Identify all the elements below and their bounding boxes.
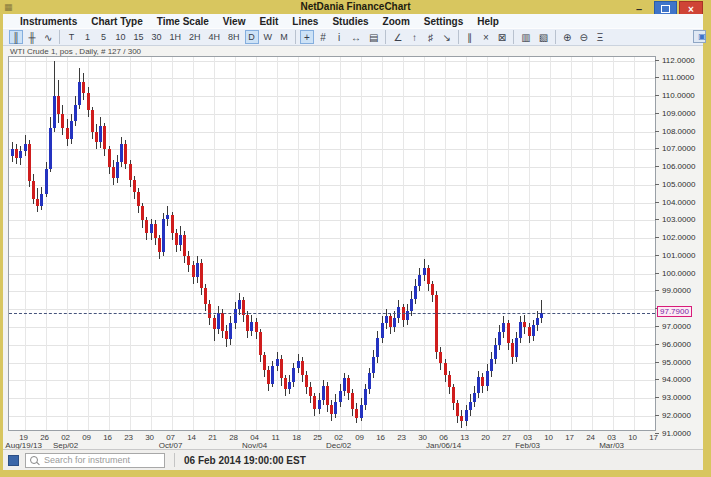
candle-body <box>280 359 283 379</box>
timescale-2h-button[interactable]: 2H <box>186 30 204 44</box>
menu-chart-type[interactable]: Chart Type <box>84 16 150 27</box>
price-tick-mark <box>655 379 659 380</box>
candle-body <box>322 386 325 400</box>
trend-line-icon[interactable]: ∠ <box>390 30 405 44</box>
candlestick-chart-button[interactable]: ║ <box>9 30 23 44</box>
gridline-vertical <box>25 57 26 430</box>
candlestick-plot[interactable] <box>8 56 656 431</box>
price-tick-label: 106.0000 <box>662 162 695 171</box>
menu-view[interactable]: View <box>216 16 253 27</box>
price-tick-mark <box>655 290 659 291</box>
ray-line-icon[interactable]: ↘ <box>439 30 453 44</box>
pan-icon[interactable]: ↔ <box>348 30 364 44</box>
candle-body <box>355 409 358 418</box>
candle-body <box>490 359 493 371</box>
fibonacci-icon[interactable]: ♯ <box>423 30 437 44</box>
print-icon[interactable]: ▥ <box>518 30 533 44</box>
zoom-out-icon[interactable]: ⊖ <box>577 30 591 44</box>
toolbar-separator <box>295 30 296 44</box>
candle-body <box>15 149 18 158</box>
timescale-10m-button[interactable]: 10 <box>112 30 128 44</box>
candle-body <box>225 331 228 340</box>
price-tick-mark <box>655 148 659 149</box>
timescale-4h-button[interactable]: 4H <box>205 30 223 44</box>
side-panel-icon[interactable]: ▣ <box>693 30 706 43</box>
price-tick-label: 96.0000 <box>662 340 691 349</box>
timescale-daily-button[interactable]: D <box>245 30 259 44</box>
delete-all-lines-icon[interactable]: ⊠ <box>495 30 509 44</box>
timescale-8h-button[interactable]: 8H <box>225 30 243 44</box>
price-tick-label: 105.0000 <box>662 180 695 189</box>
date-tick-label: 18 <box>292 433 301 442</box>
bar-chart-button[interactable]: ╫ <box>25 30 39 44</box>
price-tick-mark <box>655 131 659 132</box>
price-axis[interactable]: 112.0000111.0000110.0000109.0000108.0000… <box>655 46 703 449</box>
instrument-search-box[interactable] <box>25 453 165 468</box>
candle-body <box>91 110 94 131</box>
timescale-30m-button[interactable]: 30 <box>148 30 164 44</box>
zoom-interval-icon[interactable]: Ξ <box>593 30 607 44</box>
candle-body <box>99 126 102 142</box>
candle-body <box>221 313 224 331</box>
price-tick-label: 94.0000 <box>662 375 691 384</box>
toolbar-separator <box>513 30 514 44</box>
price-tick-mark <box>655 255 659 256</box>
arrow-line-icon[interactable]: ↑ <box>407 30 421 44</box>
news-icon[interactable]: ▤ <box>366 30 381 44</box>
last-price-label: 97.7900 <box>657 306 692 317</box>
candle-body <box>49 128 52 169</box>
menu-time-scale[interactable]: Time Scale <box>150 16 216 27</box>
gridline-vertical <box>592 57 593 430</box>
timescale-monthly-button[interactable]: M <box>277 30 291 44</box>
menu-zoom[interactable]: Zoom <box>376 16 417 27</box>
price-tick-mark <box>655 60 659 61</box>
gridline-horizontal <box>9 380 655 381</box>
crosshair-icon[interactable]: + <box>300 30 314 44</box>
candle-body <box>57 96 60 114</box>
candle-body <box>532 325 535 336</box>
search-input[interactable] <box>42 454 163 466</box>
menu-help[interactable]: Help <box>470 16 506 27</box>
gridline-horizontal <box>9 220 655 221</box>
restore-icon <box>661 5 670 13</box>
candle-body <box>381 323 384 337</box>
menu-lines[interactable]: Lines <box>285 16 325 27</box>
delete-line-icon[interactable]: × <box>479 30 493 44</box>
parallel-line-icon[interactable]: ∥ <box>463 30 477 44</box>
candle-body <box>158 238 161 252</box>
candle-body <box>171 215 174 233</box>
netdania-financechart-window: ▦ NetDania FinanceChart – × InstrumentsC… <box>0 0 711 477</box>
menu-instruments[interactable]: Instruments <box>13 16 84 27</box>
date-tick-label: 17 <box>565 433 574 442</box>
candle-body <box>448 375 451 387</box>
candle-body <box>11 149 14 156</box>
print-preview-icon[interactable]: ▧ <box>536 30 551 44</box>
candle-body <box>460 416 463 421</box>
gridline-vertical <box>214 57 215 430</box>
timescale-1m-button[interactable]: 1 <box>80 30 94 44</box>
candle-body <box>183 235 186 256</box>
menu-studies[interactable]: Studies <box>325 16 375 27</box>
timescale-15m-button[interactable]: 15 <box>130 30 146 44</box>
candle-body <box>452 387 455 403</box>
candle-body <box>154 224 157 238</box>
grid-icon[interactable]: # <box>316 30 330 44</box>
zoom-in-icon[interactable]: ⊕ <box>560 30 574 44</box>
gridline-horizontal <box>9 309 655 310</box>
candle-body <box>133 180 136 192</box>
info-icon[interactable]: i <box>332 30 346 44</box>
candle-body <box>234 309 237 323</box>
status-grip-icon[interactable] <box>8 455 19 466</box>
title-bar[interactable]: ▦ NetDania FinanceChart – × <box>0 0 711 14</box>
last-price-line[interactable] <box>9 313 655 314</box>
menu-settings[interactable]: Settings <box>417 16 470 27</box>
line-chart-button[interactable]: ∿ <box>41 30 55 44</box>
gridline-vertical <box>67 57 68 430</box>
gridline-horizontal <box>9 363 655 364</box>
timescale-5m-button[interactable]: 5 <box>96 30 110 44</box>
menu-edit[interactable]: Edit <box>252 16 285 27</box>
price-tick-label: 101.0000 <box>662 251 695 260</box>
timescale-1h-button[interactable]: 1H <box>166 30 184 44</box>
timescale-weekly-button[interactable]: W <box>261 30 276 44</box>
timescale-tick-button[interactable]: T <box>64 30 78 44</box>
